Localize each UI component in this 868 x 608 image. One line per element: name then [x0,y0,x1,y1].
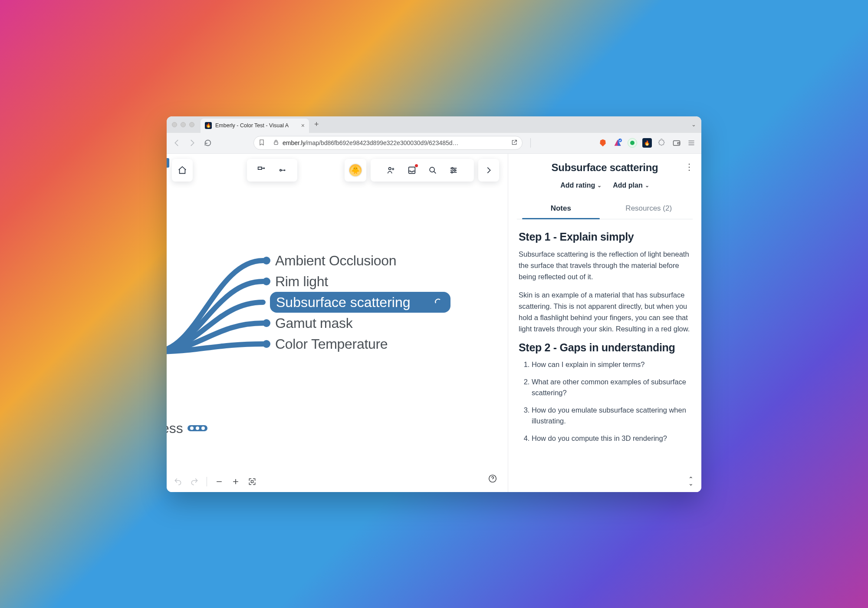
extension-emberly-icon[interactable] [642,138,652,148]
nav-back-button[interactable] [172,138,181,148]
mindmap-node[interactable]: Gamut mask [275,315,353,331]
add-sibling-node-button[interactable] [278,165,288,175]
side-panel-header: Subsurface scattering ⋮ Add rating⌄ Add … [508,154,701,219]
node-tools-toolbar [247,159,297,182]
undo-button[interactable] [173,476,183,487]
svg-rect-2 [674,141,680,145]
add-plan-label: Add plan [613,182,642,189]
side-panel-actions: Add rating⌄ Add plan⌄ [517,182,693,189]
add-plan-button[interactable]: Add plan⌄ [613,182,649,189]
svg-rect-18 [251,480,253,482]
add-child-node-button[interactable] [256,165,266,175]
open-external-icon[interactable] [511,139,518,147]
tabs-dropdown-icon[interactable]: ⌄ [691,121,696,128]
list-item: What are other common examples of subsur… [532,377,691,399]
chevron-down-icon: ⌄ [597,182,602,188]
inbox-button[interactable] [407,165,417,175]
home-icon [177,165,187,175]
zoom-in-button[interactable] [230,476,241,487]
extension-triangle-icon[interactable] [613,138,622,148]
mindmap-node[interactable]: Color Temperature [275,336,388,352]
extensions-menu-icon[interactable] [657,138,667,148]
notes-step1-heading: Step 1 - Explain simply [519,231,691,243]
svg-text:Subsurface scattering: Subsurface scattering [276,294,411,310]
window-traffic-lights[interactable] [172,122,194,127]
user-avatar[interactable]: 🐥 [345,159,366,182]
notes-gaps-list: How can I explain in simpler terms? What… [519,359,691,444]
notes-paragraph: Subsurface scattering is the reflection … [519,248,691,282]
brave-shields-icon[interactable] [598,138,608,148]
add-rating-button[interactable]: Add rating⌄ [560,182,602,189]
side-panel-tabs: Notes Resources (2) [517,199,693,219]
help-button[interactable] [488,474,497,485]
side-panel-menu-button[interactable]: ⋮ [685,162,694,172]
tab-favicon-icon [205,122,212,129]
titlebar: Emberly - Color Test - Visual A × + ⌄ [167,116,701,133]
svg-rect-0 [274,142,278,144]
svg-point-8 [451,167,453,169]
mindmap-node[interactable]: Rim light [275,274,328,289]
svg-rect-6 [409,167,415,173]
nav-reload-button[interactable] [203,138,213,148]
minimize-window-icon[interactable] [181,122,186,127]
svg-point-4 [280,169,282,171]
mindmap-node-selected[interactable]: Subsurface scattering [270,292,450,313]
svg-point-5 [389,167,391,170]
scroll-indicator-icon[interactable]: ⌃⌄ [688,477,694,486]
add-rating-label: Add rating [560,182,595,189]
tab-title: Emberly - Color Test - Visual A [215,122,299,129]
mindmap-node-label-truncated: cess [167,420,183,436]
tab-close-icon[interactable]: × [301,122,305,129]
expand-children-icon[interactable] [187,425,207,431]
tab-resources[interactable]: Resources (2) [605,199,693,219]
collapse-panel-button[interactable] [478,159,499,182]
browser-navbar: ember.ly/map/bd86fb692e98423d899e322e300… [167,133,701,154]
mindmap-branches: Ambient Occlusioon Rim light Subsurface … [167,248,476,371]
notes-body[interactable]: Step 1 - Explain simply Subsurface scatt… [508,219,701,492]
list-item: How can I explain in simpler terms? [532,359,691,370]
svg-point-13 [263,319,270,327]
svg-point-9 [454,169,456,171]
url-host: ember.ly [283,139,306,146]
extension-icons [598,138,696,148]
browser-window: Emberly - Color Test - Visual A × + ⌄ em… [167,116,701,492]
tab-notes[interactable]: Notes [517,199,605,219]
extension-grammarly-icon[interactable] [628,138,637,148]
side-panel: Subsurface scattering ⋮ Add rating⌄ Add … [508,154,701,492]
app-content: 🐥 [167,154,701,492]
mindmap-canvas[interactable]: 🐥 [167,154,508,492]
svg-point-12 [263,278,270,285]
nav-forward-button[interactable] [187,138,197,148]
search-button[interactable] [427,165,438,175]
list-item: How do you emulate subsurface scattering… [532,405,691,427]
close-window-icon[interactable] [172,122,177,127]
svg-point-7 [430,167,434,172]
svg-point-10 [451,171,453,173]
svg-rect-3 [678,142,680,144]
side-panel-title: Subsurface scattering [517,162,693,174]
fit-screen-button[interactable] [247,476,257,487]
list-item: How do you compute this in 3D rendering? [532,433,691,444]
home-button[interactable] [172,159,193,182]
svg-point-14 [263,340,270,348]
svg-point-11 [263,257,270,264]
url-path: /map/bd86fb692e98423d899e322e300030d9/62… [306,139,459,146]
mindmap-node[interactable]: Ambient Occlusioon [275,253,396,268]
bookmark-icon[interactable] [258,139,265,147]
wallet-icon[interactable] [672,138,681,148]
avatar-icon: 🐥 [349,163,362,177]
new-tab-button[interactable]: + [314,120,319,129]
canvas-edge-indicator [167,158,169,168]
maximize-window-icon[interactable] [189,122,194,127]
mindmap-node-collapsed[interactable]: cess [167,420,207,436]
notes-step2-heading: Step 2 - Gaps in understanding [519,341,691,354]
zoom-out-button[interactable] [214,476,224,487]
lock-icon [273,139,279,147]
share-button[interactable] [386,165,396,175]
browser-menu-icon[interactable] [687,138,696,148]
browser-tab[interactable]: Emberly - Color Test - Visual A × [201,119,309,133]
address-bar[interactable]: ember.ly/map/bd86fb692e98423d899e322e300… [253,136,523,150]
settings-sliders-button[interactable] [448,165,459,175]
chevron-right-icon [483,165,494,175]
redo-button[interactable] [189,476,200,487]
